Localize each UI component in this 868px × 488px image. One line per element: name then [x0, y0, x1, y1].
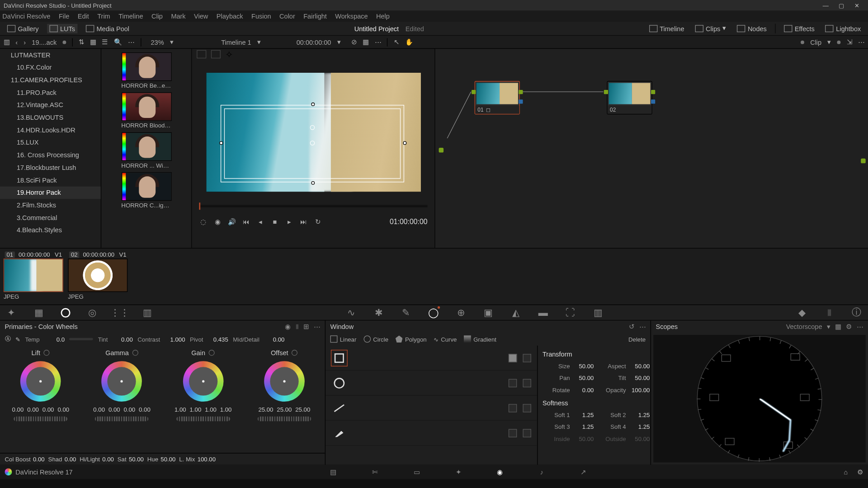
magic-mask-icon[interactable]: ▣ — [483, 307, 494, 318]
node-02[interactable]: 02 — [607, 81, 652, 114]
more-icon[interactable]: ⋯ — [314, 323, 321, 330]
nav-fwd-icon[interactable]: › — [24, 38, 26, 46]
primaries-mode-3-icon[interactable]: ⊞ — [303, 323, 309, 330]
viewer-timecode[interactable]: 00:00:00:00 — [297, 38, 331, 46]
reset-icon[interactable] — [292, 350, 297, 356]
wheel-value[interactable]: 0.00 — [123, 406, 135, 413]
wheel-value[interactable]: 25.00 — [258, 406, 273, 413]
curves-icon[interactable]: ∿ — [346, 307, 357, 318]
add-gradient-window[interactable]: Gradient — [464, 335, 496, 343]
graph-output-anchor[interactable] — [861, 159, 866, 164]
hand-icon[interactable]: ✋ — [405, 38, 413, 46]
node-01-out[interactable] — [519, 90, 523, 94]
menu-davinci-resolve[interactable]: DaVinci Resolve — [2, 13, 50, 20]
motion-effects-icon[interactable]: ▥ — [142, 307, 153, 318]
folder-11-camera-profiles[interactable]: 11.CAMERA.PROFILES — [0, 74, 101, 87]
page-cut-icon[interactable]: ✄ — [369, 467, 381, 477]
mute-icon[interactable]: 🔊 — [228, 217, 236, 225]
bypass-icon[interactable]: ⊘ — [351, 38, 357, 46]
page-fairlight-icon[interactable]: ♪ — [536, 467, 547, 477]
page-deliver-icon[interactable]: ↗ — [577, 467, 589, 477]
window-row-circle[interactable] — [326, 371, 537, 395]
menu-help[interactable]: Help — [376, 13, 390, 20]
jog-wheel[interactable] — [95, 417, 149, 422]
page-color-icon[interactable]: ◉ — [494, 467, 506, 477]
expand-icon[interactable]: ⇲ — [847, 38, 852, 46]
wheel-control[interactable] — [102, 361, 142, 402]
rgb-mixer-icon[interactable]: ⋮⋮ — [114, 307, 125, 318]
project-settings-icon[interactable]: ⚙ — [857, 468, 863, 476]
lightbox-toggle[interactable]: Lightbox — [823, 23, 863, 33]
more-icon[interactable]: ⋯ — [857, 323, 863, 330]
size-value[interactable]: 50.00 — [570, 362, 594, 369]
hue-value[interactable]: 50.00 — [160, 456, 175, 463]
window-close[interactable]: ✕ — [849, 2, 864, 9]
node-01-alpha[interactable] — [519, 99, 523, 103]
soft3-value[interactable]: 1.25 — [570, 423, 594, 430]
loop-icon[interactable]: ↻ — [314, 217, 322, 225]
wheel-value[interactable]: 1.00 — [190, 406, 202, 413]
scope-type-dropdown[interactable]: Vectorscope — [786, 323, 822, 330]
color-warper-icon[interactable]: ✱ — [373, 307, 384, 318]
menu-file[interactable]: File — [59, 13, 69, 20]
sizing-icon[interactable]: ⛶ — [565, 307, 576, 318]
window-mode-add[interactable] — [509, 404, 517, 412]
add-circle-window[interactable]: Circle — [363, 335, 388, 343]
folder-18-scifi-pack[interactable]: 18.SciFi Pack — [0, 174, 101, 187]
wheel-control[interactable] — [20, 361, 61, 402]
gallery-toggle[interactable]: Gallery — [5, 23, 41, 33]
node-02-out[interactable] — [651, 90, 655, 94]
wheel-value[interactable]: 0.00 — [139, 406, 151, 413]
viewer-scrubber[interactable] — [199, 205, 427, 207]
window-row-poly[interactable] — [326, 396, 537, 421]
hilight-value[interactable]: 0.00 — [102, 456, 114, 463]
temp-slider[interactable] — [70, 338, 94, 340]
window-mode-add[interactable] — [509, 354, 517, 362]
tracker-icon[interactable]: ⊕ — [455, 307, 466, 318]
window-palette-icon[interactable]: ◯ — [428, 307, 439, 318]
soft1-value[interactable]: 1.25 — [570, 412, 594, 418]
colboost-value[interactable]: 0.00 — [33, 456, 45, 463]
grid-icon[interactable]: ▦ — [363, 38, 368, 46]
pw-handle-bottom[interactable] — [311, 181, 315, 185]
more-icon[interactable]: ⋯ — [858, 38, 865, 46]
wheel-value[interactable]: 0.00 — [108, 406, 120, 413]
color-match-icon[interactable]: ▦ — [33, 307, 44, 318]
3d-icon[interactable]: ▥ — [593, 307, 604, 318]
camera-raw-icon[interactable]: ✦ — [6, 307, 17, 318]
window-row-linear[interactable] — [326, 346, 537, 371]
page-edit-icon[interactable]: ▭ — [410, 467, 422, 477]
rotate-value[interactable]: 0.00 — [570, 386, 594, 393]
window-maximize[interactable]: ▢ — [834, 2, 849, 9]
nav-back-icon[interactable]: ‹ — [15, 38, 18, 46]
contrast-value[interactable]: 1.000 — [165, 336, 185, 343]
pw-handle-left[interactable] — [219, 141, 223, 145]
chevron-down-icon[interactable]: ▾ — [827, 323, 830, 330]
folder-12-vintage-asc[interactable]: 12.Vintage.ASC — [0, 99, 101, 112]
page-fusion-icon[interactable]: ✦ — [452, 467, 464, 477]
stop-icon[interactable]: ■ — [271, 217, 279, 225]
clips-toggle[interactable]: Clips▾ — [693, 23, 729, 33]
clip-thumb[interactable]: 0100:00:00:00V1JPEG — [4, 251, 63, 302]
window-mode-sub[interactable] — [523, 354, 531, 362]
chevron-down-icon[interactable]: ▾ — [827, 38, 831, 46]
node-01[interactable]: 01◻ — [475, 81, 520, 114]
reset-icon[interactable] — [132, 350, 138, 356]
menu-color[interactable]: Color — [279, 13, 295, 20]
lut-thumb[interactable]: HORROR ... Window — [121, 132, 171, 169]
last-frame-icon[interactable]: ⏭ — [299, 217, 307, 225]
hdr-wheels-icon[interactable]: ◎ — [87, 307, 98, 318]
scopes-icon[interactable]: ⫴ — [824, 307, 835, 318]
wheel-value[interactable]: 0.00 — [27, 406, 39, 413]
wheel-value[interactable]: 0.00 — [12, 406, 24, 413]
window-mode-add[interactable] — [509, 429, 517, 437]
folder-11-pro-pack[interactable]: 11.PRO.Pack — [0, 86, 101, 99]
timeline-toggle[interactable]: Timeline — [646, 23, 687, 33]
window-row-curve[interactable] — [326, 421, 537, 446]
lmix-value[interactable]: 100.00 — [198, 456, 216, 463]
reset-icon[interactable] — [209, 350, 215, 356]
viewer-split-icon[interactable] — [211, 50, 221, 58]
lut-thumb[interactable]: HORROR Blood Night — [121, 92, 171, 128]
menu-edit[interactable]: Edit — [78, 13, 89, 20]
pw-rotate-handle[interactable] — [310, 125, 315, 130]
